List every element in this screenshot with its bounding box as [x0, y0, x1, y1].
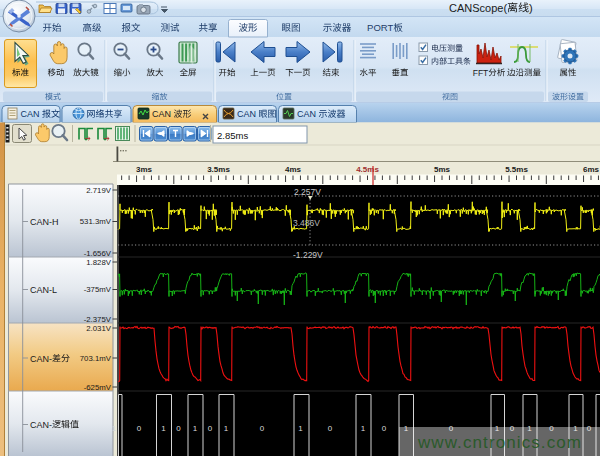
svg-text:): ) — [529, 2, 533, 14]
svg-text:CAN: CAN — [297, 109, 316, 119]
svg-text:1: 1 — [298, 424, 303, 433]
svg-text:0: 0 — [208, 424, 213, 433]
svg-text:1: 1 — [112, 424, 117, 433]
svg-text:703.1mV: 703.1mV — [80, 354, 112, 363]
svg-text:CAN-H: CAN-H — [30, 217, 59, 227]
svg-text:1: 1 — [361, 424, 366, 433]
svg-text:6ms: 6ms — [583, 165, 600, 174]
svg-text:-1.229V: -1.229V — [293, 250, 323, 260]
svg-text:4ms: 4ms — [285, 165, 302, 174]
svg-text:CAN: CAN — [152, 109, 171, 119]
svg-text:5.5ms: 5.5ms — [505, 165, 528, 174]
svg-text:0: 0 — [260, 424, 265, 433]
svg-text:-375mV: -375mV — [84, 285, 112, 294]
svg-text:CAN-: CAN- — [30, 354, 52, 364]
svg-text:1: 1 — [161, 424, 166, 433]
svg-text:CAN: CAN — [237, 109, 256, 119]
svg-text:1: 1 — [224, 424, 229, 433]
svg-text:2.85ms: 2.85ms — [217, 130, 248, 141]
svg-text:www.cntronics.com: www.cntronics.com — [417, 433, 582, 452]
svg-text:4.5ms: 4.5ms — [356, 165, 379, 174]
svg-text:0: 0 — [176, 424, 181, 433]
svg-text:2.719V: 2.719V — [86, 186, 112, 195]
svg-text:0: 0 — [137, 424, 142, 433]
svg-text:CAN: CAN — [21, 109, 40, 119]
svg-text:3.5ms: 3.5ms — [207, 165, 230, 174]
svg-text:CANScope(: CANScope( — [449, 2, 507, 14]
svg-text:1: 1 — [193, 424, 198, 433]
svg-text:0: 0 — [328, 424, 333, 433]
svg-text:FFT: FFT — [473, 68, 489, 78]
svg-text:531.3mV: 531.3mV — [80, 217, 112, 226]
svg-text:CAN-L: CAN-L — [30, 285, 57, 295]
svg-text:3ms: 3ms — [136, 165, 153, 174]
svg-text:5ms: 5ms — [434, 165, 451, 174]
svg-text:0: 0 — [382, 424, 387, 433]
svg-text:2.257V: 2.257V — [294, 187, 321, 197]
svg-text:1.828V: 1.828V — [86, 258, 112, 267]
svg-text:2.031V: 2.031V — [86, 324, 112, 333]
svg-text:-2.375V: -2.375V — [84, 315, 112, 324]
svg-text:-1.656V: -1.656V — [84, 249, 112, 258]
svg-text:CAN-: CAN- — [30, 420, 52, 430]
svg-text:3.486V: 3.486V — [293, 218, 320, 228]
svg-text:-625mV: -625mV — [84, 383, 112, 392]
svg-text:PORT: PORT — [367, 22, 393, 33]
